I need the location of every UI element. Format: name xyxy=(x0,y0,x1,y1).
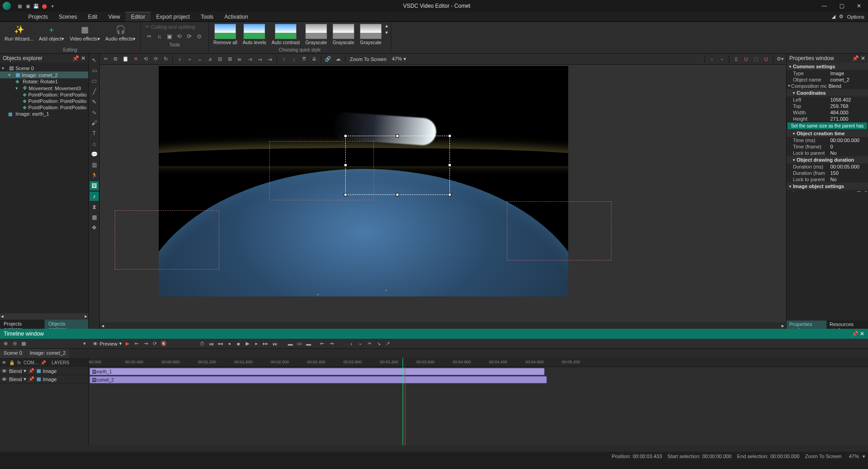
animation-tool-icon[interactable]: 🏃 xyxy=(90,171,99,180)
run-wizard-button[interactable]: ✨Run Wizard... xyxy=(3,23,35,42)
image-tool-icon[interactable]: 🖼 xyxy=(90,181,99,190)
clip-comet[interactable]: 🖼 comet_2 xyxy=(90,376,547,383)
align-icon[interactable]: ⊞ xyxy=(226,55,234,63)
menu-export[interactable]: Export project xyxy=(151,12,195,21)
tool-icon[interactable]: ⟲ xyxy=(175,32,183,41)
menu-editor[interactable]: Editor xyxy=(126,12,151,21)
audio-effects-button[interactable]: 🎧Audio effects▾ xyxy=(104,23,138,42)
scroll-left-icon[interactable]: ◂ xyxy=(1,313,4,320)
tree-rotate[interactable]: Rotate: Rotate1 xyxy=(23,79,58,84)
section-common[interactable]: ▾Common settings xyxy=(787,63,868,70)
prop-value[interactable]: No xyxy=(828,177,868,182)
tab-objects-explorer[interactable]: Objects explorer xyxy=(45,320,88,329)
move-tool-icon[interactable]: ✥ xyxy=(90,223,99,232)
chat-tool-icon[interactable]: 💬 xyxy=(90,150,99,159)
next-icon[interactable]: ▸▸ xyxy=(262,340,269,347)
tree-image-earth[interactable]: Image: earth_1 xyxy=(15,111,49,117)
curve-tool-icon[interactable]: ∿ xyxy=(90,108,99,117)
pin-icon[interactable]: 📌 xyxy=(852,331,858,337)
add-object-button[interactable]: ＋Add object▾ xyxy=(37,23,66,42)
pin-column-icon[interactable]: 📌 xyxy=(40,360,46,365)
layer-props-icon[interactable]: ▦ xyxy=(20,340,27,347)
auto-levels-button[interactable]: Auto levels xyxy=(241,23,268,46)
timeline-ruler[interactable]: 00.00000:00.40000:00.80000:01.20000:01.6… xyxy=(89,358,868,367)
align-icon[interactable]: ⫣ xyxy=(246,55,254,63)
eye-column-icon[interactable]: 👁 xyxy=(2,360,6,365)
delete-icon[interactable]: ✕ xyxy=(131,55,140,63)
dropdown-icon[interactable]: ▾ xyxy=(24,376,26,382)
undo-icon[interactable]: ⟲ xyxy=(141,55,150,63)
prev-icon[interactable]: ◂◂ xyxy=(217,340,224,347)
menu-scenes[interactable]: Scenes xyxy=(53,12,82,21)
snap-icon[interactable]: ▫ xyxy=(708,55,716,63)
copy-icon[interactable]: ⧉ xyxy=(111,55,120,63)
prop-value[interactable]: comet_2 xyxy=(828,77,868,82)
prop-value[interactable]: 150 xyxy=(828,170,868,176)
pin-icon[interactable]: 📌 xyxy=(852,55,859,61)
step-back-icon[interactable]: ◂ xyxy=(226,340,233,347)
zoom-dropdown-icon[interactable]: ▾ xyxy=(863,454,865,459)
order-icon[interactable]: ⇈ xyxy=(300,55,308,63)
chart-tool-icon[interactable]: ▥ xyxy=(90,160,99,169)
menu-activation[interactable]: Activation xyxy=(219,12,253,21)
align-icon[interactable]: ⫥ xyxy=(266,55,274,63)
tree-point[interactable]: PointPosition: PointPositio xyxy=(28,92,86,97)
section-image-settings[interactable]: ▾Image object settings xyxy=(787,183,868,190)
maximize-button[interactable]: ▢ xyxy=(835,1,848,10)
redo-icon[interactable]: ⟳ xyxy=(151,55,160,63)
line-tool-icon[interactable]: ╱ xyxy=(90,87,99,96)
tree-scene[interactable]: Scene 0 xyxy=(15,66,34,71)
options-link[interactable]: Options xyxy=(847,14,864,20)
tool-icon[interactable]: ⟳ xyxy=(185,32,193,41)
playhead[interactable] xyxy=(403,358,403,445)
align-icon[interactable]: ⫤ xyxy=(256,55,264,63)
brush-tool-icon[interactable]: 🖌 xyxy=(90,118,99,127)
align-icon[interactable]: ⫢ xyxy=(236,55,244,63)
align-icon[interactable]: ⊟ xyxy=(216,55,224,63)
video-effects-button[interactable]: ▦Video effects▾ xyxy=(68,23,101,42)
cut-icon[interactable]: ✂ xyxy=(101,55,110,63)
tool-icon[interactable]: ▣ xyxy=(165,32,173,41)
tool-icon[interactable]: ⎌ xyxy=(155,32,163,41)
grid-tool-icon[interactable]: ▦ xyxy=(90,213,99,222)
lock-column-icon[interactable]: 🔒 xyxy=(9,360,15,365)
clip-earth[interactable]: 🖼 earth_1 xyxy=(90,368,545,375)
fx-column-icon[interactable]: fx xyxy=(17,360,21,365)
scroll-left-icon[interactable]: ◂ xyxy=(100,323,106,329)
style-prev-icon[interactable]: ▴ xyxy=(385,23,388,29)
cloud-icon[interactable]: ☁ xyxy=(334,55,342,63)
tooltip-tool-icon[interactable]: ⌂ xyxy=(90,139,99,148)
tree-image-comet[interactable]: Image: comet_2 xyxy=(22,72,58,78)
timer-icon[interactable]: ⏱ xyxy=(198,340,206,347)
eye-icon[interactable]: 👁 xyxy=(2,368,7,374)
align-icon[interactable]: ⫞ xyxy=(176,55,184,63)
range-icon[interactable]: ⇥ xyxy=(142,340,149,347)
minimize-button[interactable]: — xyxy=(818,1,831,10)
counter-tool-icon[interactable]: ⧗ xyxy=(90,202,99,211)
tree-movement[interactable]: Movement: Movement3 xyxy=(29,86,81,91)
pen-tool-icon[interactable]: ✎ xyxy=(90,97,99,107)
mute-icon[interactable]: 🔇 xyxy=(160,340,167,347)
step-fwd-icon[interactable]: ▸ xyxy=(253,340,260,347)
split-icon[interactable]: ⫞ xyxy=(348,340,355,347)
zoom-mode-dropdown[interactable]: Zoom To Screen xyxy=(348,56,389,62)
close-button[interactable]: ✕ xyxy=(853,1,865,10)
order-icon[interactable]: ⇊ xyxy=(310,55,318,63)
grayscale-2-button[interactable]: Grayscale xyxy=(331,23,356,46)
marker-icon[interactable]: ▬ xyxy=(287,340,294,347)
qat-more-icon[interactable]: ▾ xyxy=(49,3,56,9)
dropdown-icon[interactable]: ▾ xyxy=(81,340,88,347)
same-size-button[interactable]: Set the same size as the parent has xyxy=(787,122,867,129)
auto-contrast-button[interactable]: Auto contrast xyxy=(270,23,302,46)
scroll-right-icon[interactable]: ▸ xyxy=(780,323,786,329)
prop-value[interactable]: 0 xyxy=(828,144,868,149)
split-icon[interactable]: ⫟ xyxy=(357,340,364,347)
prop-value[interactable]: 259.768 xyxy=(828,103,868,109)
align-icon[interactable]: ⫡ xyxy=(206,55,214,63)
close-panel-icon[interactable]: ✕ xyxy=(861,55,865,61)
collapse-ribbon-icon[interactable]: ◢ xyxy=(832,14,835,20)
pin-icon[interactable]: 📌 xyxy=(28,368,35,374)
rect-tool-icon[interactable]: ▭ xyxy=(90,66,99,75)
close-panel-icon[interactable]: ✕ xyxy=(81,55,86,61)
remove-layer-icon[interactable]: ⊖ xyxy=(11,340,18,347)
